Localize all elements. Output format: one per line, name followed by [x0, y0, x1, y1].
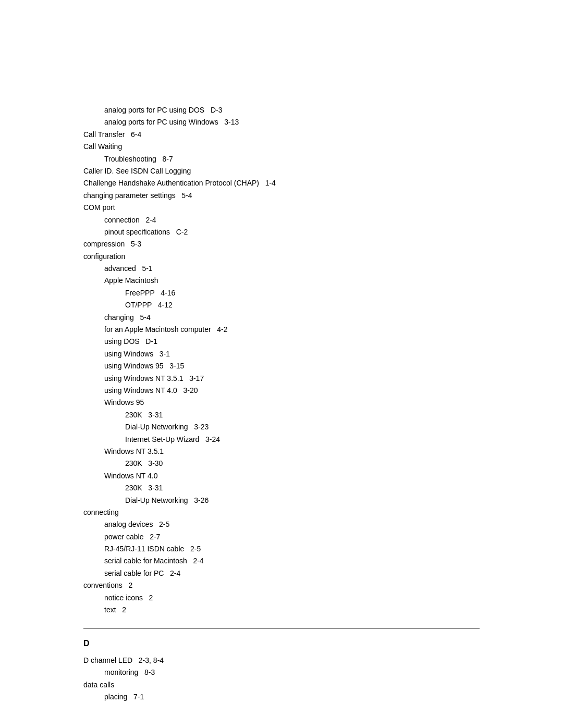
- entry-text: Windows NT 4.0: [104, 470, 157, 482]
- entry-text: compression 5-3: [83, 238, 141, 250]
- entry-text: RJ-45/RJ-11 ISDN cable 2-5: [104, 543, 201, 554]
- index-entry: power cable 2-7: [104, 531, 480, 542]
- entry-text: using Windows NT 4.0 3-20: [104, 385, 198, 396]
- entry-text: Dial-Up Networking 3-23: [125, 421, 209, 433]
- entries-d-section: D channel LED 2-3, 8-4monitoring 8-3data…: [83, 655, 480, 703]
- entry-text: changing 5-4: [104, 312, 151, 323]
- entry-text: using Windows 95 3-15: [104, 360, 184, 372]
- index-entry: Windows NT 3.5.1: [104, 446, 480, 457]
- index-entry: Apple Macintosh: [104, 275, 480, 286]
- entry-text: Call Waiting: [83, 141, 122, 152]
- index-entry: Dial-Up Networking 3-23: [125, 421, 480, 433]
- index-entry: using Windows 95 3-15: [104, 360, 480, 372]
- entry-text: placing 7-1: [104, 691, 144, 702]
- index-entry: analog ports for PC using Windows 3-13: [104, 116, 480, 128]
- entry-text: analog ports for PC using DOS D-3: [104, 104, 222, 116]
- index-entry: D channel LED 2-3, 8-4: [83, 655, 480, 666]
- entry-text: power cable 2-7: [104, 531, 160, 542]
- entry-text: D channel LED 2-3, 8-4: [83, 655, 164, 666]
- entry-text: Internet Set-Up Wizard 3-24: [125, 434, 220, 445]
- entry-text: 230K 3-31: [125, 482, 163, 493]
- entry-text: conventions 2: [83, 579, 132, 591]
- index-entry: FreePPP 4-16: [125, 287, 480, 299]
- entry-text: pinout specifications C-2: [104, 226, 188, 238]
- entry-text: Caller ID. See ISDN Call Logging: [83, 165, 191, 177]
- index-entry: analog devices 2-5: [104, 519, 480, 530]
- entry-text: using Windows 3-1: [104, 348, 170, 360]
- entry-text: Challenge Handshake Authentication Proto…: [83, 177, 276, 189]
- index-entry: connection 2-4: [104, 214, 480, 226]
- entry-text: advanced 5-1: [104, 263, 153, 274]
- entry-text: 230K 3-30: [125, 458, 163, 469]
- entry-text: Troubleshooting 8-7: [104, 153, 173, 165]
- entry-text: using DOS D-1: [104, 336, 157, 347]
- entry-text: data calls: [83, 679, 114, 690]
- entry-text: for an Apple Macintosh computer 4-2: [104, 324, 228, 335]
- entry-text: Dial-Up Networking 3-26: [125, 495, 209, 506]
- entry-text: Windows NT 3.5.1: [104, 446, 164, 457]
- entry-text: 230K 3-31: [125, 409, 163, 421]
- entry-text: connecting: [83, 507, 119, 518]
- index-entry: using DOS D-1: [104, 336, 480, 347]
- index-entry: 230K 3-31: [125, 409, 480, 421]
- index-entry: 230K 3-30: [125, 458, 480, 469]
- entry-text: notice icons 2: [104, 592, 153, 603]
- entry-text: monitoring 8-3: [104, 667, 155, 678]
- index-entry: Dial-Up Networking 3-26: [125, 495, 480, 506]
- index-entry: compression 5-3: [83, 238, 480, 250]
- index-entry: connecting: [83, 507, 480, 518]
- index-entry: using Windows 3-1: [104, 348, 480, 360]
- entry-text: Call Transfer 6-4: [83, 129, 141, 140]
- entry-text: text 2: [104, 604, 126, 615]
- index-entry: Windows NT 4.0: [104, 470, 480, 482]
- index-entry: data calls: [83, 679, 480, 690]
- entry-text: FreePPP 4-16: [125, 287, 175, 299]
- index-entry: Internet Set-Up Wizard 3-24: [125, 434, 480, 445]
- index-entry: changing parameter settings 5-4: [83, 190, 480, 201]
- index-entry: pinout specifications C-2: [104, 226, 480, 238]
- index-entry: OT/PPP 4-12: [125, 299, 480, 311]
- entry-text: configuration: [83, 251, 125, 262]
- section-divider-d: [83, 628, 480, 628]
- entry-text: analog ports for PC using Windows 3-13: [104, 116, 239, 128]
- index-entry: notice icons 2: [104, 592, 480, 603]
- index-entry: Windows 95: [104, 397, 480, 408]
- entry-text: OT/PPP 4-12: [125, 299, 173, 311]
- index-entry: placing 7-1: [104, 691, 480, 702]
- index-entry: analog ports for PC using DOS D-3: [104, 104, 480, 116]
- index-entry: Call Transfer 6-4: [83, 129, 480, 140]
- entry-text: using Windows NT 3.5.1 3-17: [104, 373, 204, 384]
- index-entry: for an Apple Macintosh computer 4-2: [104, 324, 480, 335]
- index-entry: Troubleshooting 8-7: [104, 153, 480, 165]
- index-entry: using Windows NT 3.5.1 3-17: [104, 373, 480, 384]
- index-entry: conventions 2: [83, 579, 480, 591]
- index-entry: monitoring 8-3: [104, 667, 480, 678]
- index-entry: serial cable for Macintosh 2-4: [104, 555, 480, 566]
- index-content: analog ports for PC using DOS D-3analog …: [83, 104, 480, 703]
- entries-c-section: analog ports for PC using DOS D-3analog …: [83, 104, 480, 615]
- entry-text: Apple Macintosh: [104, 275, 158, 286]
- section-header-d: D: [83, 637, 480, 650]
- entry-text: serial cable for Macintosh 2-4: [104, 555, 204, 566]
- index-entry: COM port: [83, 202, 480, 213]
- index-entry: Caller ID. See ISDN Call Logging: [83, 165, 480, 177]
- entry-text: serial cable for PC 2-4: [104, 567, 180, 579]
- index-entry: 230K 3-31: [125, 482, 480, 493]
- index-entry: serial cable for PC 2-4: [104, 567, 480, 579]
- entry-text: COM port: [83, 202, 115, 213]
- index-entry: using Windows NT 4.0 3-20: [104, 385, 480, 396]
- index-entry: Call Waiting: [83, 141, 480, 152]
- index-entry: RJ-45/RJ-11 ISDN cable 2-5: [104, 543, 480, 554]
- index-entry: advanced 5-1: [104, 263, 480, 274]
- index-entry: Challenge Handshake Authentication Proto…: [83, 177, 480, 189]
- index-entry: changing 5-4: [104, 312, 480, 323]
- entry-text: analog devices 2-5: [104, 519, 169, 530]
- entry-text: Windows 95: [104, 397, 144, 408]
- index-entry: text 2: [104, 604, 480, 615]
- entry-text: connection 2-4: [104, 214, 156, 226]
- index-entry: configuration: [83, 251, 480, 262]
- entry-text: changing parameter settings 5-4: [83, 190, 192, 201]
